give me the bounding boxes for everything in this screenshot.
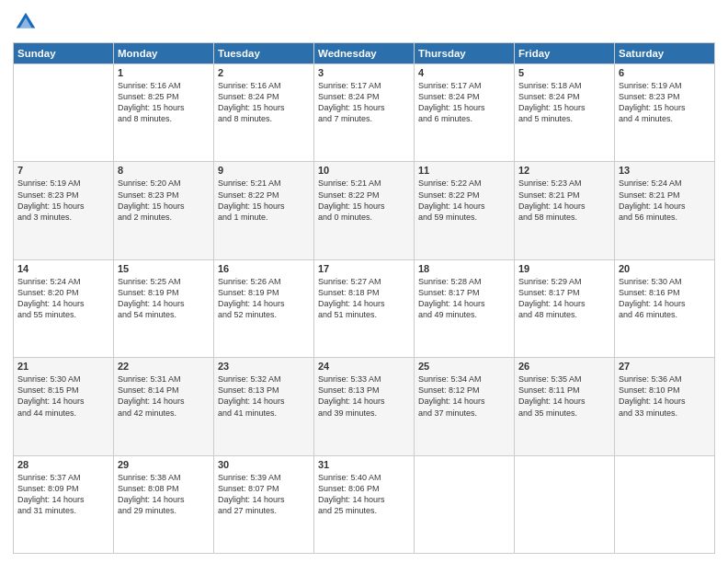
weekday-header-monday: Monday: [114, 43, 214, 64]
day-number: 10: [318, 165, 410, 176]
day-cell: 28Sunrise: 5:37 AM Sunset: 8:09 PM Dayli…: [14, 455, 114, 553]
day-number: 29: [118, 459, 210, 470]
day-info: Sunrise: 5:31 AM Sunset: 8:14 PM Dayligh…: [118, 373, 210, 419]
week-row-4: 21Sunrise: 5:30 AM Sunset: 8:15 PM Dayli…: [14, 358, 715, 455]
weekday-header-sunday: Sunday: [14, 43, 114, 64]
day-number: 1: [118, 67, 210, 78]
day-cell: 1Sunrise: 5:16 AM Sunset: 8:25 PM Daylig…: [114, 64, 214, 162]
week-row-5: 28Sunrise: 5:37 AM Sunset: 8:09 PM Dayli…: [14, 455, 715, 553]
weekday-header-wednesday: Wednesday: [314, 43, 415, 64]
day-cell: 21Sunrise: 5:30 AM Sunset: 8:15 PM Dayli…: [14, 358, 114, 455]
day-cell: 13Sunrise: 5:24 AM Sunset: 8:21 PM Dayli…: [615, 162, 715, 259]
day-info: Sunrise: 5:39 AM Sunset: 8:07 PM Dayligh…: [218, 472, 310, 517]
day-info: Sunrise: 5:17 AM Sunset: 8:24 PM Dayligh…: [418, 80, 510, 125]
day-number: 2: [218, 67, 310, 78]
day-cell: 5Sunrise: 5:18 AM Sunset: 8:24 PM Daylig…: [515, 64, 615, 162]
day-number: 3: [318, 67, 410, 78]
day-info: Sunrise: 5:34 AM Sunset: 8:12 PM Dayligh…: [418, 373, 510, 419]
day-cell: 11Sunrise: 5:22 AM Sunset: 8:22 PM Dayli…: [415, 162, 515, 259]
day-cell: 25Sunrise: 5:34 AM Sunset: 8:12 PM Dayli…: [415, 358, 515, 455]
day-number: 30: [218, 459, 310, 470]
day-number: 14: [17, 263, 109, 274]
day-cell: 10Sunrise: 5:21 AM Sunset: 8:22 PM Dayli…: [314, 162, 415, 259]
calendar-page: SundayMondayTuesdayWednesdayThursdayFrid…: [0, 0, 728, 563]
day-number: 19: [518, 263, 610, 274]
week-row-3: 14Sunrise: 5:24 AM Sunset: 8:20 PM Dayli…: [14, 259, 715, 357]
week-row-1: 1Sunrise: 5:16 AM Sunset: 8:25 PM Daylig…: [14, 64, 715, 162]
day-number: 22: [118, 361, 210, 372]
day-cell: [14, 64, 114, 162]
day-info: Sunrise: 5:24 AM Sunset: 8:20 PM Dayligh…: [17, 276, 109, 321]
day-cell: 7Sunrise: 5:19 AM Sunset: 8:23 PM Daylig…: [14, 162, 114, 259]
day-number: 28: [17, 459, 109, 470]
day-info: Sunrise: 5:26 AM Sunset: 8:19 PM Dayligh…: [218, 276, 310, 321]
day-number: 8: [118, 165, 210, 176]
day-number: 17: [318, 263, 410, 274]
day-number: 13: [619, 165, 711, 176]
day-cell: 22Sunrise: 5:31 AM Sunset: 8:14 PM Dayli…: [114, 358, 214, 455]
header: [13, 9, 715, 35]
day-info: Sunrise: 5:28 AM Sunset: 8:17 PM Dayligh…: [418, 276, 510, 321]
day-cell: 30Sunrise: 5:39 AM Sunset: 8:07 PM Dayli…: [214, 455, 314, 553]
weekday-header-friday: Friday: [515, 43, 615, 64]
logo-icon: [13, 9, 39, 35]
day-cell: 16Sunrise: 5:26 AM Sunset: 8:19 PM Dayli…: [214, 259, 314, 357]
day-number: 24: [318, 361, 410, 372]
day-cell: 18Sunrise: 5:28 AM Sunset: 8:17 PM Dayli…: [415, 259, 515, 357]
day-number: 4: [418, 67, 510, 78]
day-cell: 26Sunrise: 5:35 AM Sunset: 8:11 PM Dayli…: [515, 358, 615, 455]
day-info: Sunrise: 5:35 AM Sunset: 8:11 PM Dayligh…: [518, 373, 610, 419]
day-number: 21: [17, 361, 109, 372]
day-cell: 29Sunrise: 5:38 AM Sunset: 8:08 PM Dayli…: [114, 455, 214, 553]
day-number: 7: [17, 165, 109, 176]
day-number: 5: [518, 67, 610, 78]
day-info: Sunrise: 5:17 AM Sunset: 8:24 PM Dayligh…: [318, 80, 410, 125]
day-number: 31: [318, 459, 410, 470]
day-cell: 19Sunrise: 5:29 AM Sunset: 8:17 PM Dayli…: [515, 259, 615, 357]
day-info: Sunrise: 5:27 AM Sunset: 8:18 PM Dayligh…: [318, 276, 410, 321]
day-info: Sunrise: 5:38 AM Sunset: 8:08 PM Dayligh…: [118, 472, 210, 517]
day-info: Sunrise: 5:24 AM Sunset: 8:21 PM Dayligh…: [619, 178, 711, 223]
logo: [13, 9, 42, 35]
day-number: 23: [218, 361, 310, 372]
day-info: Sunrise: 5:37 AM Sunset: 8:09 PM Dayligh…: [17, 472, 109, 517]
day-info: Sunrise: 5:25 AM Sunset: 8:19 PM Dayligh…: [118, 276, 210, 321]
day-cell: 17Sunrise: 5:27 AM Sunset: 8:18 PM Dayli…: [314, 259, 415, 357]
day-cell: 6Sunrise: 5:19 AM Sunset: 8:23 PM Daylig…: [615, 64, 715, 162]
weekday-header-thursday: Thursday: [415, 43, 515, 64]
day-info: Sunrise: 5:29 AM Sunset: 8:17 PM Dayligh…: [518, 276, 610, 321]
weekday-header-row: SundayMondayTuesdayWednesdayThursdayFrid…: [14, 43, 715, 64]
day-number: 9: [218, 165, 310, 176]
day-number: 20: [619, 263, 711, 274]
day-cell: 23Sunrise: 5:32 AM Sunset: 8:13 PM Dayli…: [214, 358, 314, 455]
day-number: 26: [518, 361, 610, 372]
week-row-2: 7Sunrise: 5:19 AM Sunset: 8:23 PM Daylig…: [14, 162, 715, 259]
day-cell: [415, 455, 515, 553]
day-cell: 4Sunrise: 5:17 AM Sunset: 8:24 PM Daylig…: [415, 64, 515, 162]
day-cell: [515, 455, 615, 553]
day-cell: 2Sunrise: 5:16 AM Sunset: 8:24 PM Daylig…: [214, 64, 314, 162]
day-info: Sunrise: 5:21 AM Sunset: 8:22 PM Dayligh…: [318, 178, 410, 223]
day-info: Sunrise: 5:16 AM Sunset: 8:25 PM Dayligh…: [118, 80, 210, 125]
day-cell: 3Sunrise: 5:17 AM Sunset: 8:24 PM Daylig…: [314, 64, 415, 162]
calendar-table: SundayMondayTuesdayWednesdayThursdayFrid…: [13, 42, 715, 554]
day-number: 18: [418, 263, 510, 274]
day-cell: 20Sunrise: 5:30 AM Sunset: 8:16 PM Dayli…: [615, 259, 715, 357]
day-cell: [615, 455, 715, 553]
day-cell: 9Sunrise: 5:21 AM Sunset: 8:22 PM Daylig…: [214, 162, 314, 259]
day-cell: 24Sunrise: 5:33 AM Sunset: 8:13 PM Dayli…: [314, 358, 415, 455]
day-number: 15: [118, 263, 210, 274]
day-number: 6: [619, 67, 711, 78]
day-cell: 31Sunrise: 5:40 AM Sunset: 8:06 PM Dayli…: [314, 455, 415, 553]
day-number: 27: [619, 361, 711, 372]
day-info: Sunrise: 5:22 AM Sunset: 8:22 PM Dayligh…: [418, 178, 510, 223]
day-cell: 27Sunrise: 5:36 AM Sunset: 8:10 PM Dayli…: [615, 358, 715, 455]
day-info: Sunrise: 5:33 AM Sunset: 8:13 PM Dayligh…: [318, 373, 410, 419]
day-info: Sunrise: 5:18 AM Sunset: 8:24 PM Dayligh…: [518, 80, 610, 125]
day-info: Sunrise: 5:40 AM Sunset: 8:06 PM Dayligh…: [318, 472, 410, 517]
weekday-header-tuesday: Tuesday: [214, 43, 314, 64]
day-cell: 14Sunrise: 5:24 AM Sunset: 8:20 PM Dayli…: [14, 259, 114, 357]
day-number: 25: [418, 361, 510, 372]
day-info: Sunrise: 5:19 AM Sunset: 8:23 PM Dayligh…: [619, 80, 711, 125]
day-cell: 15Sunrise: 5:25 AM Sunset: 8:19 PM Dayli…: [114, 259, 214, 357]
